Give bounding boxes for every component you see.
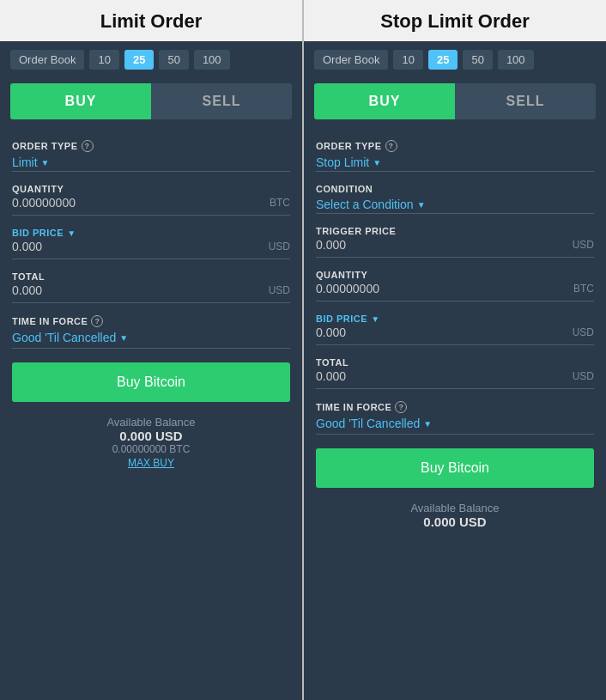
right-trigger-price-label: TRIGGER PRICE xyxy=(316,226,594,236)
right-form: ORDER TYPE ? Stop Limit ▼ CONDITION Sele… xyxy=(304,128,606,435)
left-buy-button[interactable]: BUY xyxy=(10,83,151,119)
right-bid-price-row: 0.000 USD xyxy=(316,326,594,345)
right-trigger-price-row: 0.000 USD xyxy=(316,238,594,258)
right-tif-arrow-icon: ▼ xyxy=(423,419,432,429)
left-balance-label: Available Balance xyxy=(0,416,302,429)
left-quantity-row: 0.00000000 BTC xyxy=(12,196,290,216)
left-order-type-arrow-icon: ▼ xyxy=(41,158,50,167)
right-buy-sell-row: BUY SELL xyxy=(314,83,596,119)
left-btc-amount: 0.00000000 BTC xyxy=(0,443,302,455)
right-trigger-price-value: 0.000 xyxy=(316,238,346,252)
left-tif-dropdown[interactable]: Good 'Til Cancelled ▼ xyxy=(12,331,290,344)
right-quantity-unit: BTC xyxy=(573,283,594,295)
right-usd-amount: 0.000 USD xyxy=(304,514,606,529)
left-total-row: 0.000 USD xyxy=(12,283,290,303)
right-ob-10[interactable]: 10 xyxy=(393,50,422,70)
right-ob-25[interactable]: 25 xyxy=(428,50,458,70)
left-ob-25[interactable]: 25 xyxy=(124,50,154,70)
right-bid-price-arrow-icon: ▼ xyxy=(371,314,379,324)
right-condition-arrow-icon: ▼ xyxy=(417,200,426,210)
right-order-type-help-icon[interactable]: ? xyxy=(385,140,397,152)
left-tif-help-icon[interactable]: ? xyxy=(91,315,103,327)
right-total-value: 0.000 xyxy=(316,369,346,383)
left-total-value: 0.000 xyxy=(12,283,42,297)
right-bid-price-dropdown[interactable]: BID PRICE ▼ xyxy=(316,313,380,324)
right-buy-button[interactable]: BUY xyxy=(314,83,455,119)
left-form: ORDER TYPE ? Limit ▼ QUANTITY 0.00000000… xyxy=(0,128,302,349)
left-order-book-row: Order Book 10 25 50 100 xyxy=(0,41,302,78)
left-buy-bitcoin-button[interactable]: Buy Bitcoin xyxy=(12,362,290,402)
right-order-book-row: Order Book 10 25 50 100 xyxy=(304,41,606,78)
left-bid-price-unit: USD xyxy=(269,240,290,253)
right-order-type-dropdown[interactable]: Stop Limit ▼ xyxy=(316,155,594,169)
left-available-balance: Available Balance 0.000 USD 0.00000000 B… xyxy=(0,416,302,469)
left-tif-label: TIME IN FORCE ? xyxy=(12,315,290,327)
left-ob-100[interactable]: 100 xyxy=(194,50,230,70)
right-quantity-value: 0.00000000 xyxy=(316,282,379,295)
right-trigger-price-unit: USD xyxy=(573,239,594,251)
right-bid-price-unit: USD xyxy=(573,326,594,338)
left-order-type-help-icon[interactable]: ? xyxy=(82,140,94,152)
left-bid-price-arrow-icon: ▼ xyxy=(67,228,76,238)
left-bid-price-dropdown[interactable]: BID PRICE ▼ xyxy=(12,228,76,238)
left-total-unit: USD xyxy=(269,284,290,296)
left-sell-button[interactable]: SELL xyxy=(151,83,292,119)
right-order-type-arrow-icon: ▼ xyxy=(373,158,381,167)
left-usd-amount: 0.000 USD xyxy=(0,429,302,443)
right-available-balance: Available Balance 0.000 USD xyxy=(304,502,606,529)
right-total-label: TOTAL xyxy=(316,357,594,368)
right-balance-label: Available Balance xyxy=(304,502,606,514)
right-order-type-label: ORDER TYPE ? xyxy=(316,140,594,152)
left-order-type-dropdown[interactable]: Limit ▼ xyxy=(12,155,290,169)
left-bid-price-value: 0.000 xyxy=(12,240,42,253)
right-tif-label: TIME IN FORCE ? xyxy=(316,401,594,413)
right-quantity-label: QUANTITY xyxy=(316,270,594,280)
right-buy-bitcoin-button[interactable]: Buy Bitcoin xyxy=(316,448,594,488)
right-tif-help-icon[interactable]: ? xyxy=(395,401,407,413)
left-ob-10[interactable]: 10 xyxy=(89,50,118,70)
right-condition-label: CONDITION xyxy=(316,184,594,194)
right-ob-label: Order Book xyxy=(314,50,388,70)
left-buy-sell-row: BUY SELL xyxy=(10,83,292,119)
left-panel-title: Limit Order xyxy=(0,0,302,41)
left-bid-price-row: 0.000 USD xyxy=(12,240,290,259)
right-panel-title: Stop Limit Order xyxy=(304,0,606,41)
right-ob-100[interactable]: 100 xyxy=(498,50,534,70)
left-ob-label: Order Book xyxy=(10,50,84,70)
right-quantity-row: 0.00000000 BTC xyxy=(316,282,594,301)
right-total-row: 0.000 USD xyxy=(316,369,594,389)
right-ob-50[interactable]: 50 xyxy=(463,50,492,70)
left-ob-50[interactable]: 50 xyxy=(159,50,188,70)
left-max-buy-link[interactable]: MAX BUY xyxy=(0,457,302,469)
left-tif-arrow-icon: ▼ xyxy=(119,333,128,343)
right-condition-dropdown[interactable]: Select a Condition ▼ xyxy=(316,198,594,211)
left-quantity-unit: BTC xyxy=(270,197,290,209)
left-total-label: TOTAL xyxy=(12,271,290,282)
right-total-unit: USD xyxy=(573,370,594,382)
left-quantity-label: QUANTITY xyxy=(12,184,290,194)
right-bid-price-label: BID PRICE ▼ xyxy=(316,313,594,324)
left-quantity-value: 0.00000000 xyxy=(12,196,76,210)
left-bid-price-label: BID PRICE ▼ xyxy=(12,228,290,238)
right-bid-price-value: 0.000 xyxy=(316,326,346,339)
right-tif-dropdown[interactable]: Good 'Til Cancelled ▼ xyxy=(316,417,594,430)
left-order-type-label: ORDER TYPE ? xyxy=(12,140,290,152)
right-sell-button[interactable]: SELL xyxy=(455,83,596,119)
